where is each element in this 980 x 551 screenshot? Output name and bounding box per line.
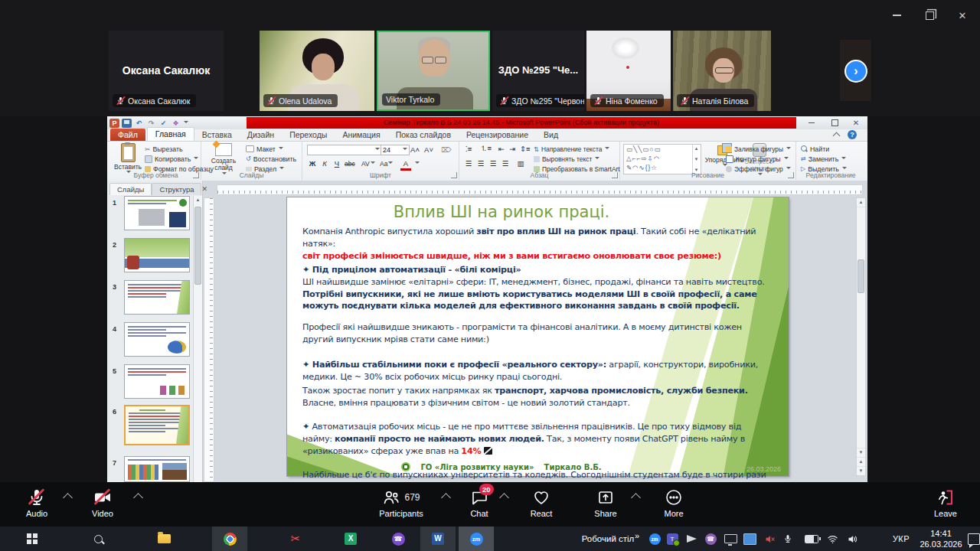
shapes-scroll[interactable]: ▲▼▼ — [692, 145, 701, 174]
font-color-button[interactable]: A — [400, 158, 411, 171]
font-dialog-launcher[interactable] — [451, 172, 457, 178]
find-button[interactable]: Найти — [801, 144, 829, 154]
redo-icon[interactable]: ↷ — [146, 119, 156, 128]
panel-close-icon[interactable]: ✕ — [201, 183, 207, 195]
shape-effects-button[interactable]: Эффекты фигур — [726, 164, 791, 174]
taskbar-clock[interactable]: 14:41 26.03.2026 — [916, 528, 966, 550]
file-explorer-button[interactable] — [146, 527, 181, 551]
tab-insert[interactable]: Вставка — [194, 129, 240, 141]
italic-button[interactable]: К — [319, 158, 330, 168]
slide-scrollbar[interactable]: ▲ ▼ ▲ ▼ — [856, 197, 866, 476]
viber-button[interactable]: ☎ — [381, 527, 416, 551]
tab-home[interactable]: Главная — [147, 127, 194, 141]
slide-thumbnail-6-selected[interactable] — [124, 405, 190, 445]
tab-slides-panel[interactable]: Слайды — [109, 183, 152, 195]
desktop-toolbar-label[interactable]: Робочий стіл — [583, 527, 632, 551]
tab-outline-panel[interactable]: Структура — [152, 183, 201, 195]
tab-slideshow[interactable]: Показ слайдов — [388, 129, 459, 141]
word-button[interactable]: W — [420, 527, 456, 551]
justify-icon[interactable]: ☰ — [500, 158, 511, 168]
tab-transitions[interactable]: Переходы — [282, 129, 335, 141]
participants-button[interactable]: 679 Participants — [355, 487, 447, 518]
tab-design[interactable]: Дизайн — [240, 129, 282, 141]
font-name-combo[interactable] — [307, 145, 382, 155]
scrollbar-thumb[interactable] — [194, 207, 201, 285]
powerpoint-logo-icon[interactable]: P — [109, 119, 119, 128]
scroll-down-icon[interactable]: ▼ — [857, 448, 865, 457]
spelling-icon[interactable]: ✔ — [158, 119, 168, 128]
align-left-icon[interactable]: ☰ — [463, 158, 474, 168]
decrease-indent-icon[interactable]: ⇤ — [496, 144, 507, 154]
clear-formatting-icon[interactable]: ⌦ — [440, 145, 452, 155]
character-spacing-button[interactable]: AV — [361, 158, 376, 168]
scroll-up-icon[interactable]: ▲ — [194, 196, 202, 204]
tray-display-icon[interactable] — [724, 527, 737, 551]
shape-outline-button[interactable]: Контур фигуры — [726, 154, 789, 164]
ppt-close-button[interactable]: ✕ — [847, 118, 865, 128]
change-case-button[interactable]: Aa — [379, 158, 394, 168]
shrink-font-icon[interactable]: A˅ — [423, 145, 434, 155]
tray-volume-icon[interactable] — [845, 527, 859, 551]
video-button[interactable]: Video — [68, 487, 137, 518]
paragraph-dialog-launcher[interactable] — [612, 172, 618, 178]
tab-view[interactable]: Вид — [536, 129, 566, 141]
clipboard-dialog-launcher[interactable] — [193, 172, 199, 178]
audio-button[interactable]: Audio — [2, 487, 71, 518]
qat-customize-dropdown-icon[interactable] — [184, 121, 188, 126]
shapes-gallery[interactable]: ▭╲╲▭○▭ △⌐⌐⇨⇩◠ ✎◠∿{}☆ ▲▼▼ — [623, 144, 701, 174]
reset-button[interactable]: ↺Восстановить — [246, 154, 296, 164]
tray-viber-icon[interactable]: ☎ — [704, 527, 717, 551]
undo-icon[interactable]: ↶ — [134, 119, 144, 128]
columns-icon[interactable]: ▥ — [515, 158, 526, 168]
language-indicator[interactable]: УКР — [888, 527, 914, 551]
leave-button[interactable]: Leave — [911, 487, 980, 518]
align-center-icon[interactable]: ☰ — [475, 158, 486, 168]
replace-button[interactable]: ⇄Заменить — [801, 154, 846, 164]
react-button[interactable]: React — [507, 487, 576, 518]
gallery-next-page-button[interactable]: › — [844, 60, 867, 83]
scrollbar-thumb[interactable] — [858, 259, 864, 293]
layout-button[interactable]: Макет — [246, 144, 283, 154]
tray-app-icon[interactable] — [743, 527, 756, 551]
align-right-icon[interactable]: ☰ — [488, 158, 498, 168]
text-direction-button[interactable]: ⇅Направление текста — [534, 144, 609, 154]
participant-tile-oksana[interactable]: Оксана Сакалюк Оксана Сакалюк — [109, 31, 224, 111]
paste-button[interactable]: Вставить — [114, 143, 142, 175]
cut-button[interactable]: ✂Вырезать — [145, 144, 183, 154]
tray-expand-icon[interactable]: » — [632, 523, 642, 548]
tray-battery-icon[interactable] — [804, 527, 819, 551]
tray-wifi-icon[interactable] — [825, 527, 839, 551]
collapse-ribbon-icon[interactable] — [832, 132, 840, 139]
slide-thumbnail-3[interactable] — [124, 280, 190, 315]
bold-button[interactable]: Ж — [307, 158, 318, 168]
next-slide-icon[interactable]: ▼ — [857, 466, 865, 475]
panel-scrollbar[interactable]: ▲ — [193, 196, 202, 482]
slide-thumbnail-4[interactable] — [124, 322, 190, 357]
underline-button[interactable]: Ч — [332, 158, 342, 168]
taskbar-search-button[interactable] — [80, 527, 116, 551]
participant-tile-nina[interactable]: Ніна Фоменко — [586, 31, 671, 111]
snipping-tool-button[interactable]: ✂ — [278, 527, 313, 551]
participant-tile-olena[interactable]: Olena Udalova — [260, 31, 374, 111]
shape-fill-button[interactable]: Заливка фигуры — [726, 144, 791, 154]
participant-tile-zdo295[interactable]: ЗДО №295 "Че... ЗДО №295 "Червон... — [492, 31, 584, 111]
strikethrough-button[interactable]: abc — [344, 158, 356, 168]
zoom-restore-button[interactable] — [921, 8, 938, 22]
tab-file[interactable]: Файл — [110, 129, 145, 141]
slide-thumbnail-5[interactable] — [124, 364, 190, 399]
font-size-combo[interactable]: 24 — [381, 145, 410, 155]
participant-tile-viktor-active-speaker[interactable]: Viktor Tyrkalo — [377, 31, 490, 111]
bullets-icon[interactable]: ⁚≡ — [463, 144, 474, 154]
zoom-app-button[interactable]: zm — [459, 527, 494, 551]
stamp-icon[interactable]: ❖ — [171, 119, 181, 128]
align-text-button[interactable]: Выровнять текст — [534, 154, 599, 164]
ppt-restore-button[interactable] — [825, 118, 844, 128]
tray-zoom-icon[interactable]: zm — [648, 527, 662, 551]
tray-telegram-icon[interactable] — [684, 527, 698, 551]
tab-review[interactable]: Рецензирование — [459, 129, 536, 141]
slide-thumbnail-2[interactable] — [124, 238, 190, 272]
line-spacing-icon[interactable]: ⇕≡ — [519, 144, 531, 154]
help-icon[interactable]: ? — [848, 130, 857, 139]
action-center-icon[interactable] — [968, 527, 980, 551]
save-icon[interactable] — [122, 119, 132, 128]
